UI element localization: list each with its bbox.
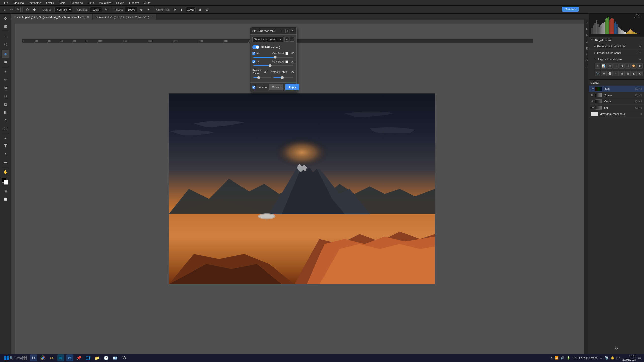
menu-filtro[interactable]: Filtro xyxy=(86,1,96,5)
menu-plugin[interactable]: Plugin xyxy=(114,1,126,5)
reg-icon-curves[interactable]: ⌇ xyxy=(613,63,619,69)
airbrush-btn[interactable]: ✦ xyxy=(145,7,151,13)
tray-icon-wifi2[interactable]: 📡 xyxy=(605,356,609,360)
sticky-taskbar-icon[interactable]: 📌 xyxy=(75,354,83,361)
reg-icon-vibrance[interactable]: ⬡ xyxy=(625,63,631,69)
bridge-taskbar-icon[interactable]: Br xyxy=(57,354,64,361)
move-tool[interactable]: ✛ xyxy=(2,15,9,22)
hi-checkbox[interactable] xyxy=(252,52,255,55)
lo-slider-thumb[interactable] xyxy=(269,64,272,67)
hand-tool[interactable]: ✋ xyxy=(2,168,9,176)
protect-lights-thumb[interactable] xyxy=(281,76,284,79)
menu-selezione[interactable]: Selezione xyxy=(68,1,85,5)
start-button[interactable] xyxy=(3,354,10,361)
reg-icon-invert[interactable]: ⬦ xyxy=(613,71,619,76)
menu-aiuto[interactable]: Aiuto xyxy=(142,1,152,5)
right-panel-icon5[interactable]: ◧ xyxy=(585,47,588,50)
eyedropper-tool[interactable]: ✱ xyxy=(2,58,9,66)
menu-file[interactable]: File xyxy=(2,1,11,5)
shape-tool[interactable]: ▬ xyxy=(2,158,9,166)
stamp-tool-btn[interactable]: ⬡ xyxy=(24,7,30,13)
brush-tool-btn[interactable]: ✏ xyxy=(9,7,15,13)
right-panel-toggle[interactable]: ⊡ xyxy=(585,21,588,25)
right-panel-icon6[interactable]: ⚕ xyxy=(586,53,587,56)
reg-icon-threshold[interactable]: ▧ xyxy=(625,71,631,76)
ps-taskbar-icon[interactable]: Ps xyxy=(66,354,73,361)
method-select[interactable]: Normale xyxy=(54,7,72,12)
right-panel-icon7[interactable]: ⬡ xyxy=(585,59,588,62)
canali-header[interactable]: Canali xyxy=(589,80,644,86)
canvas-area[interactable]: 0 100 200 400 600 800 1000 1400 1800 220… xyxy=(11,20,589,354)
dialog-titlebar[interactable]: PP - Sharpen v1.1 − + ✕ xyxy=(250,27,296,35)
reg-personali-options[interactable]: ≡ xyxy=(639,51,641,55)
clock-taskbar-icon[interactable]: 🕐 xyxy=(103,354,110,361)
reg-icon-hsl[interactable]: 🎨 xyxy=(631,63,637,69)
right-panel-icon4[interactable]: ⊟ xyxy=(585,40,588,43)
preview-checkbox[interactable] xyxy=(252,86,255,89)
reg-predefinite-options[interactable]: ≡ xyxy=(639,44,641,48)
healing-tool[interactable]: ⚕ xyxy=(2,68,9,76)
reg-icon-brightness[interactable]: ☀ xyxy=(595,63,600,69)
edge-taskbar-icon[interactable]: 🌐 xyxy=(85,354,92,361)
search-taskbar[interactable]: 🔍 Cerca xyxy=(12,354,19,361)
right-panel-icon3[interactable]: ⚙ xyxy=(585,34,588,37)
tray-sound-icon[interactable]: 🔊 xyxy=(561,356,565,360)
marquee-tool[interactable]: ▭ xyxy=(2,32,9,40)
channel-verde[interactable]: 👁 Verde Ctrl+4 xyxy=(589,98,644,105)
channel-verde-eye-icon[interactable]: 👁 xyxy=(591,100,594,103)
word-taskbar-icon[interactable]: W xyxy=(121,354,128,361)
text-tool[interactable]: T xyxy=(2,142,9,150)
tray-icon-notify[interactable]: 🔔 xyxy=(611,356,614,360)
condividi-button[interactable]: Condividi xyxy=(562,7,579,12)
hi-viewmask-checkbox[interactable] xyxy=(285,52,288,55)
tray-battery-icon[interactable]: 🔋 xyxy=(567,356,570,360)
flux-input[interactable] xyxy=(125,7,137,12)
reg-icon-photo[interactable]: 📷 xyxy=(595,71,600,76)
reg-singole-item[interactable]: ▼ Regolazioni singole ≡ ☀ 📊 ▤ ⌇ ◑ ⬡ 🎨 ◐ … xyxy=(589,56,644,79)
lo-viewmask-checkbox[interactable] xyxy=(285,60,288,63)
dialog-minimize-btn[interactable]: − xyxy=(280,29,284,33)
reg-personali-add[interactable]: + xyxy=(636,51,638,55)
quick-mask-tool[interactable]: ◧ xyxy=(2,187,9,195)
opacity-input[interactable] xyxy=(90,7,102,12)
regolazioni-header[interactable]: ▼ Regolazioni ≡ xyxy=(589,37,644,43)
reg-icon-channel-mixer[interactable]: ⊞ xyxy=(601,71,607,76)
explorer-taskbar-icon[interactable]: 📁 xyxy=(94,354,101,361)
reg-icon-chart[interactable]: 📊 xyxy=(601,63,607,69)
tab-1-close[interactable]: ✕ xyxy=(151,16,153,18)
tab-0-close[interactable]: ✕ xyxy=(87,16,89,18)
taskview-btn[interactable] xyxy=(21,354,28,361)
clone-tool[interactable]: ⊕ xyxy=(2,84,9,92)
dialog-close-btn[interactable]: ✕ xyxy=(291,29,294,32)
paint-tool-btn[interactable]: ⬢ xyxy=(31,7,37,13)
lasso-tool[interactable]: ◌ xyxy=(2,40,9,48)
blur-tool[interactable]: ⬭ xyxy=(2,116,9,124)
preset-plus-btn[interactable]: + xyxy=(290,37,294,42)
eraser-tool-btn[interactable]: ✎ xyxy=(16,7,21,12)
brush-main-tool[interactable]: ✏ xyxy=(2,76,9,84)
tab-1[interactable]: Senza titolo-1 @ 95,1% (Livello 2, RGB/1… xyxy=(93,14,156,20)
channel-blu[interactable]: 👁 Blu Ctrl+5 xyxy=(589,105,644,111)
history-brush-tool[interactable]: ↺ xyxy=(2,92,9,100)
lightroom-taskbar-icon[interactable]: Lr xyxy=(30,354,37,361)
menu-visualizza[interactable]: Visualizza xyxy=(97,1,113,5)
settings-btn[interactable]: ⚙ xyxy=(172,7,178,13)
color-swatches[interactable] xyxy=(2,178,9,185)
preset-select[interactable]: Select your preset ▾ xyxy=(252,37,283,42)
menu-livello[interactable]: Livello xyxy=(44,1,56,5)
chrome-taskbar-icon[interactable] xyxy=(39,354,46,361)
reg-personali-item[interactable]: ▶ Predefiniti personali + ≡ xyxy=(589,50,644,56)
crop-tool[interactable]: ✤ xyxy=(2,50,9,58)
grid-btn[interactable]: ⊟ xyxy=(204,7,210,13)
reg-icon-levels[interactable]: ▤ xyxy=(607,63,613,69)
section-toggle[interactable] xyxy=(252,45,259,49)
artboard-tool[interactable]: ⊡ xyxy=(2,23,9,30)
reg-icon-posterize[interactable]: ▦ xyxy=(619,71,625,76)
reg-icon-selective-color[interactable]: ◩ xyxy=(637,71,643,76)
reg-icon-color-lookup[interactable]: ⬤ xyxy=(607,71,613,76)
mask-btn[interactable]: ◧ xyxy=(179,7,185,13)
channel-viewmask[interactable]: ViewMask Maschera × xyxy=(589,111,644,117)
value-input[interactable] xyxy=(186,7,196,12)
reg-icon-gradient-map[interactable]: ◧ xyxy=(631,71,637,76)
channel-rgb[interactable]: 👁 RGB Ctrl+2 xyxy=(589,86,644,92)
